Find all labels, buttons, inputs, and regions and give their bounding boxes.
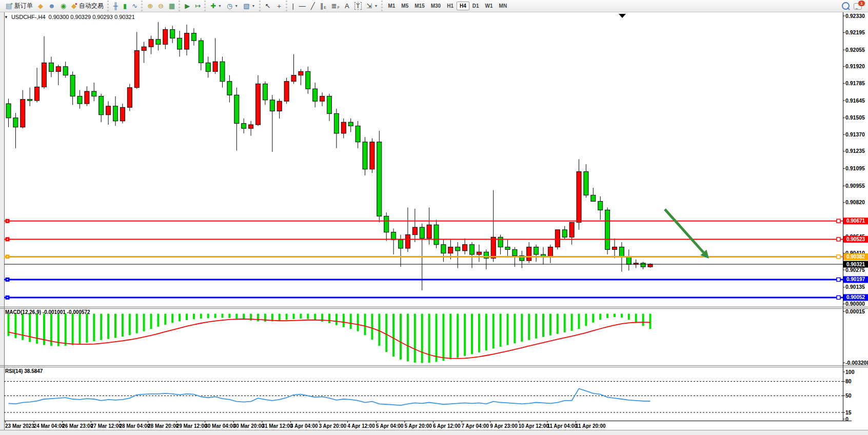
timeframe-m1-button[interactable]: M1: [385, 2, 398, 10]
notifications-button[interactable]: 1: [854, 3, 863, 10]
candle[interactable]: [512, 249, 517, 255]
candle[interactable]: [448, 247, 453, 253]
auto-scroll-button[interactable]: ▶: [182, 1, 192, 12]
timeframe-m15-button[interactable]: M15: [411, 2, 427, 10]
candle[interactable]: [420, 227, 424, 239]
candle[interactable]: [13, 118, 18, 127]
candle[interactable]: [548, 247, 553, 257]
crosshair-button[interactable]: ＋: [273, 1, 285, 12]
chart-window[interactable]: ▼ USDCHF-,H4 0.90300 0.90329 0.90293 0.9…: [0, 12, 868, 435]
candle[interactable]: [113, 106, 118, 121]
candle[interactable]: [619, 247, 624, 257]
text-label-button[interactable]: T: [352, 1, 364, 12]
candle[interactable]: [185, 33, 189, 49]
periods-button[interactable]: ◷▼: [224, 1, 241, 12]
candle[interactable]: [277, 101, 282, 111]
candle[interactable]: [377, 142, 382, 216]
timeframe-w1-button[interactable]: W1: [482, 2, 496, 10]
arrows-button[interactable]: ⇲▼: [364, 1, 381, 12]
candle[interactable]: [156, 39, 161, 45]
tile-windows-button[interactable]: ▦: [166, 1, 177, 12]
candle[interactable]: [199, 41, 203, 63]
candle[interactable]: [21, 100, 25, 127]
line-handle[interactable]: [837, 295, 840, 299]
candle[interactable]: [341, 122, 346, 133]
candle[interactable]: [412, 227, 417, 234]
candle[interactable]: [356, 126, 360, 142]
candle[interactable]: [220, 62, 225, 82]
candle[interactable]: [99, 96, 104, 115]
bar-chart-button[interactable]: ╫: [111, 1, 121, 12]
candle[interactable]: [641, 263, 645, 267]
candle[interactable]: [313, 89, 318, 101]
candle[interactable]: [363, 142, 367, 169]
candle[interactable]: [270, 100, 274, 111]
candle[interactable]: [441, 245, 446, 253]
arrows-button-dropdown-icon[interactable]: ▼: [374, 4, 378, 8]
timeframe-d1-button[interactable]: D1: [469, 2, 482, 10]
zoom-in-button[interactable]: ⊕: [145, 1, 155, 12]
candle[interactable]: [527, 247, 531, 261]
candle[interactable]: [456, 247, 460, 251]
candle[interactable]: [598, 201, 603, 210]
candle[interactable]: [306, 71, 310, 89]
timeframe-m5-button[interactable]: M5: [398, 2, 411, 10]
candle[interactable]: [56, 67, 61, 72]
trendline-button[interactable]: ╱: [308, 1, 318, 12]
candle[interactable]: [49, 63, 53, 72]
candle[interactable]: [405, 235, 410, 249]
candle[interactable]: [299, 71, 303, 75]
candlestick-button[interactable]: ▮: [121, 1, 129, 12]
line-handle[interactable]: [837, 219, 840, 223]
candle[interactable]: [177, 38, 182, 49]
candle[interactable]: [284, 82, 289, 102]
zoom-out-button[interactable]: ⊖: [155, 1, 166, 12]
candle[interactable]: [605, 210, 610, 249]
line-handle[interactable]: [837, 278, 840, 281]
candle[interactable]: [106, 106, 111, 115]
candle[interactable]: [227, 82, 232, 95]
candle[interactable]: [434, 225, 439, 245]
templates-button-dropdown-icon[interactable]: ▼: [252, 4, 255, 8]
candle[interactable]: [256, 84, 261, 125]
candle[interactable]: [291, 75, 296, 82]
candle[interactable]: [242, 124, 246, 129]
candle[interactable]: [42, 63, 47, 87]
candle[interactable]: [85, 91, 89, 104]
hline-button[interactable]: —: [297, 1, 308, 12]
candle[interactable]: [562, 230, 567, 237]
candle[interactable]: [584, 172, 588, 195]
candle[interactable]: [569, 222, 574, 237]
candle[interactable]: [384, 216, 389, 232]
candle[interactable]: [498, 237, 503, 247]
line-handle[interactable]: [837, 255, 840, 259]
new-order-button[interactable]: ▤+新订单: [3, 1, 35, 12]
candle[interactable]: [170, 30, 175, 38]
candle[interactable]: [70, 75, 75, 96]
candle[interactable]: [477, 252, 481, 254]
candle[interactable]: [470, 245, 475, 254]
timeframe-m30-button[interactable]: M30: [428, 2, 444, 10]
chart-canvas[interactable]: 0.923300.921950.920550.919200.917850.916…: [0, 12, 868, 435]
candle[interactable]: [6, 104, 11, 118]
candle[interactable]: [334, 113, 339, 133]
candle[interactable]: [505, 247, 510, 250]
search-icon[interactable]: [842, 2, 850, 10]
candle[interactable]: [399, 240, 403, 248]
autotrading-button[interactable]: ◆●自动交易: [69, 1, 106, 12]
timeframe-mn-button[interactable]: MN: [496, 2, 510, 10]
candle[interactable]: [213, 62, 218, 71]
candle[interactable]: [163, 30, 168, 45]
candle[interactable]: [577, 172, 581, 223]
line-chart-button[interactable]: ∿: [129, 1, 140, 12]
chart-shift-button[interactable]: ↦: [192, 1, 203, 12]
candle[interactable]: [626, 257, 631, 264]
text-button[interactable]: A: [342, 1, 352, 12]
candle[interactable]: [263, 84, 267, 100]
candle[interactable]: [327, 96, 332, 114]
candle[interactable]: [92, 91, 96, 96]
candle[interactable]: [555, 230, 560, 247]
periods-button-dropdown-icon[interactable]: ▼: [234, 4, 238, 8]
candle[interactable]: [149, 39, 153, 47]
community-button[interactable]: ☻: [46, 1, 58, 12]
